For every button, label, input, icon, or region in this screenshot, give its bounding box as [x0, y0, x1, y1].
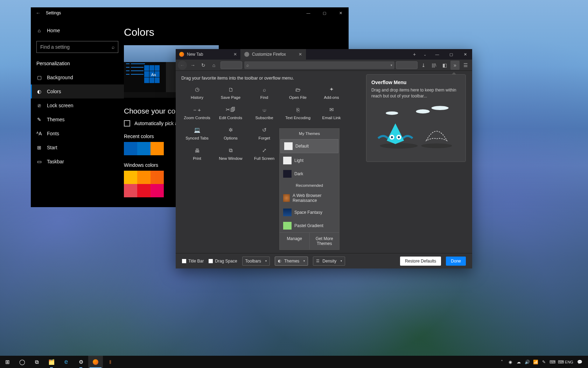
forward-button[interactable]: →	[188, 61, 197, 70]
themes-header: My Themes	[280, 129, 339, 138]
color-swatch[interactable]	[124, 142, 137, 155]
customize-item-add-ons[interactable]: ✦Add-ons	[316, 86, 347, 100]
toolbar-input[interactable]	[396, 61, 418, 69]
sidebar-item-themes[interactable]: ✎Themes	[31, 113, 124, 127]
taskbar-app-edge[interactable]: e	[59, 356, 74, 368]
tray-notifications-icon[interactable]: 💬	[573, 356, 586, 368]
tray-onedrive-icon[interactable]: ☁	[514, 356, 523, 368]
maximize-button[interactable]: ▢	[444, 49, 458, 60]
reload-button[interactable]: ↻	[199, 61, 208, 70]
tray-keyboard-icon[interactable]: ⌨	[548, 356, 556, 368]
theme-item-pastel[interactable]: Pastel Gradient	[280, 219, 339, 232]
tab-new-tab[interactable]: New Tab ✕	[176, 49, 241, 60]
url-input[interactable]	[220, 61, 242, 69]
title-bar-checkbox[interactable]: Title Bar	[182, 259, 204, 264]
start-button[interactable]: ⊞	[0, 356, 15, 368]
home-button[interactable]: ⌂	[209, 61, 218, 70]
customize-item-new-window[interactable]: ⧉New Window	[215, 147, 246, 161]
close-button[interactable]: ✕	[332, 7, 349, 19]
get-more-themes-button[interactable]: Get More Themes	[310, 233, 340, 250]
tab-dropdown-icon[interactable]: ⌄	[420, 49, 430, 60]
sidebar-item-taskbar[interactable]: ▭Taskbar	[31, 155, 124, 169]
customize-item-options[interactable]: ✲Options	[215, 127, 246, 140]
sidebar-item-lockscreen[interactable]: ⎚Lock screen	[31, 98, 124, 113]
sidebar-item-home[interactable]: ⌂ Home	[31, 23, 124, 38]
customize-item-print[interactable]: 🖶Print	[181, 147, 213, 161]
tray-volume-icon[interactable]: 🔊	[523, 356, 531, 368]
themes-dropdown[interactable]: ◐Themes▾	[275, 257, 308, 266]
sidebar-button[interactable]: ◧	[440, 61, 449, 70]
tray-language[interactable]: ENG	[565, 356, 573, 368]
color-swatch[interactable]	[137, 184, 150, 197]
text-encoding-icon: ⎘	[296, 107, 300, 113]
color-swatch[interactable]	[137, 142, 150, 155]
restore-defaults-button[interactable]: Restore Defaults	[400, 257, 441, 266]
customize-item-open-file[interactable]: 🗁Open File	[282, 86, 314, 100]
settings-titlebar[interactable]: ← Settings ― ▢ ✕	[31, 7, 349, 19]
color-swatch[interactable]	[124, 171, 137, 184]
minimize-button[interactable]: ―	[300, 7, 316, 19]
sidebar-item-start[interactable]: ⊞Start	[31, 141, 124, 155]
toolbars-dropdown[interactable]: Toolbars▾	[242, 257, 270, 266]
theme-item-renaissance[interactable]: A Web Browser Renaissance	[280, 190, 339, 206]
maximize-button[interactable]: ▢	[316, 7, 332, 19]
customize-item-subscribe[interactable]: ⟒Subscribe	[248, 107, 280, 120]
customize-item-save-page[interactable]: 🗋Save Page	[215, 86, 246, 100]
close-tab-icon[interactable]: ✕	[233, 52, 237, 57]
taskbar-app-explorer[interactable]: 🗂️	[44, 356, 59, 368]
library-button[interactable]: |||\	[429, 61, 439, 70]
sidebar-item-fonts[interactable]: ᴬAFonts	[31, 127, 124, 141]
tray-ime-icon[interactable]: ⌨	[556, 356, 565, 368]
search-icon: ⌕	[112, 44, 114, 50]
menu-button[interactable]: ☰	[461, 61, 470, 70]
tray-chevron-icon[interactable]: ˄	[498, 356, 506, 368]
back-icon[interactable]: ←	[36, 10, 41, 16]
customize-item-forget[interactable]: ↺Forget	[248, 127, 280, 140]
customize-item-zoom-controls[interactable]: − +Zoom Controls	[181, 107, 213, 120]
customize-item-history[interactable]: ◷History	[181, 86, 213, 100]
done-button[interactable]: Done	[446, 257, 466, 266]
taskbar-app-settings[interactable]: ⚙	[74, 356, 88, 368]
theme-item-space[interactable]: Space Fantasy	[280, 206, 339, 219]
customize-item-edit-controls[interactable]: ✂🗐Edit Controls	[215, 107, 246, 120]
settings-sidebar: ⌂ Home Find a setting ⌕ Personalization …	[31, 19, 124, 207]
close-button[interactable]: ✕	[458, 49, 472, 60]
color-swatch[interactable]	[137, 171, 150, 184]
sidebar-item-background[interactable]: ▢Background	[31, 70, 124, 84]
task-view-button[interactable]: ⧉	[29, 356, 44, 368]
close-tab-icon[interactable]: ✕	[299, 52, 302, 57]
tray-app-icon[interactable]: ◉	[506, 356, 514, 368]
color-swatch[interactable]	[150, 142, 164, 155]
svg-point-0	[380, 143, 418, 149]
color-swatch[interactable]	[150, 171, 164, 184]
tray-network-icon[interactable]: 📶	[531, 356, 540, 368]
customize-item-full-screen[interactable]: ⤢Full Screen	[248, 147, 280, 161]
dropdown-icon[interactable]: ▾	[391, 63, 392, 67]
color-swatch[interactable]	[124, 184, 137, 197]
cortana-button[interactable]: ◯	[15, 356, 29, 368]
new-tab-button[interactable]: +	[409, 49, 420, 60]
density-dropdown[interactable]: ☰Density▾	[313, 257, 345, 266]
drag-space-checkbox[interactable]: Drag Space	[209, 259, 237, 264]
customize-item-find[interactable]: ⌕Find	[248, 86, 280, 100]
customize-item-synced-tabs[interactable]: 💻Synced Tabs	[181, 127, 213, 140]
theme-item-light[interactable]: Light	[280, 154, 339, 167]
settings-search-input[interactable]: Find a setting ⌕	[36, 41, 118, 53]
overflow-menu-panel[interactable]: Overflow Menu Drag and drop items here t…	[366, 74, 466, 162]
sidebar-item-colors[interactable]: ◐Colors	[31, 84, 124, 98]
theme-item-dark[interactable]: Dark	[280, 167, 339, 180]
search-input[interactable]: ⌕ ▾	[244, 61, 394, 69]
customize-item-text-encoding[interactable]: ⎘Text Encoding	[282, 107, 314, 120]
customize-item-email-link[interactable]: ✉Email Link	[316, 107, 347, 120]
tab-customize[interactable]: Customize Firefox ✕	[241, 49, 306, 60]
downloads-button[interactable]: ⤓	[419, 61, 428, 70]
overflow-button[interactable]: »	[450, 61, 460, 70]
minimize-button[interactable]: ―	[430, 49, 444, 60]
taskbar-app-firefox[interactable]	[88, 356, 103, 368]
tray-input-icon[interactable]: ✎	[540, 356, 548, 368]
theme-item-default[interactable]: Default	[280, 139, 338, 153]
manage-themes-button[interactable]: Manage	[280, 233, 310, 250]
search-icon: ⌕	[246, 63, 249, 68]
taskbar-app-other[interactable]: ⦀	[103, 356, 118, 368]
color-swatch[interactable]	[150, 184, 164, 197]
